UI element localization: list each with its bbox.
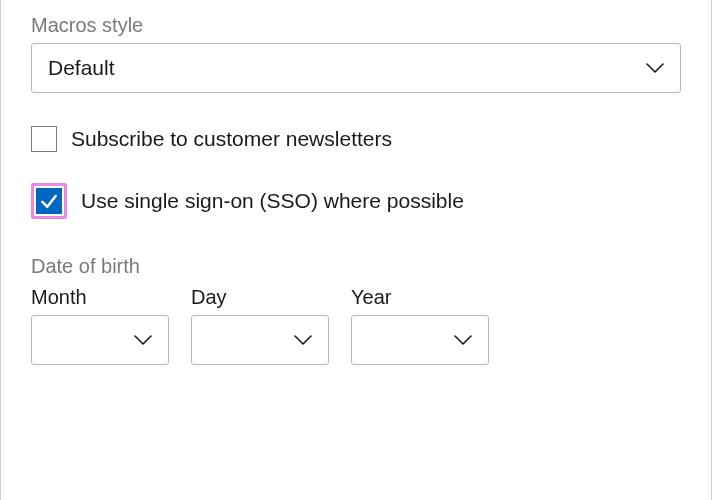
subscribe-checkbox-wrap — [31, 121, 57, 157]
macros-style-label: Macros style — [31, 14, 681, 37]
dob-day-label: Day — [191, 286, 329, 309]
dob-section: Date of birth Month Day — [31, 255, 681, 365]
sso-label: Use single sign-on (SSO) where possible — [81, 189, 464, 213]
dob-label: Date of birth — [31, 255, 681, 278]
dob-year-select[interactable] — [351, 315, 489, 365]
sso-checkbox[interactable] — [36, 188, 62, 214]
chevron-down-icon — [646, 63, 664, 73]
dob-day-field: Day — [191, 286, 329, 365]
sso-checkbox-highlight — [31, 183, 67, 219]
macros-style-value: Default — [48, 56, 115, 80]
chevron-down-icon — [134, 335, 152, 345]
dob-year-label: Year — [351, 286, 489, 309]
macros-style-field: Default — [31, 43, 681, 93]
dob-month-label: Month — [31, 286, 169, 309]
dob-year-field: Year — [351, 286, 489, 365]
dob-fields: Month Day Year — [31, 286, 681, 365]
dob-month-field: Month — [31, 286, 169, 365]
dob-day-select[interactable] — [191, 315, 329, 365]
macros-style-select[interactable]: Default — [31, 43, 681, 93]
chevron-down-icon — [454, 335, 472, 345]
settings-panel: Macros style Default Subscribe to custom… — [0, 0, 712, 500]
subscribe-row: Subscribe to customer newsletters — [31, 121, 681, 157]
dob-month-select[interactable] — [31, 315, 169, 365]
chevron-down-icon — [294, 335, 312, 345]
sso-row: Use single sign-on (SSO) where possible — [31, 183, 681, 219]
subscribe-checkbox[interactable] — [31, 126, 57, 152]
subscribe-label: Subscribe to customer newsletters — [71, 127, 392, 151]
